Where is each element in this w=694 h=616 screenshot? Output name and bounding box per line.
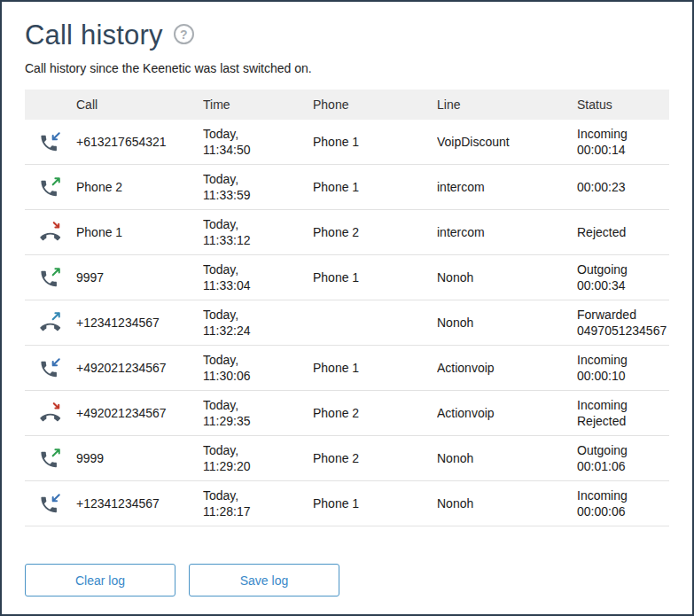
- cell-call: +613217654321: [76, 135, 203, 149]
- cell-status: Incoming Rejected: [577, 397, 669, 429]
- column-header-line: Line: [437, 97, 577, 112]
- cell-call: +492021234567: [76, 406, 203, 420]
- rejected-call-icon: [39, 221, 62, 244]
- cell-status: Rejected: [577, 224, 669, 240]
- action-buttons: Clear log Save log: [25, 564, 669, 597]
- cell-time: Today, 11:34:50: [203, 126, 313, 158]
- clear-log-button[interactable]: Clear log: [25, 564, 175, 597]
- cell-call: +492021234567: [76, 361, 203, 375]
- cell-line: intercom: [437, 225, 577, 239]
- incoming-call-icon: [39, 492, 62, 515]
- cell-line: intercom: [437, 180, 577, 194]
- cell-call: Phone 1: [76, 225, 203, 239]
- cell-line: Nonoh: [437, 270, 577, 285]
- cell-line: Nonoh: [437, 451, 577, 465]
- cell-time: Today, 11:32:24: [203, 307, 313, 339]
- title-row: Call history ?: [25, 18, 669, 53]
- outgoing-call-icon: [39, 447, 62, 470]
- cell-phone: Phone 2: [313, 451, 437, 465]
- cell-line: Actionvoip: [437, 406, 577, 420]
- cell-status: 00:00:23: [577, 179, 669, 195]
- cell-phone: Phone 1: [313, 270, 437, 285]
- cell-time: Today, 11:29:20: [203, 442, 313, 474]
- cell-phone: Phone 1: [313, 496, 437, 511]
- table-row: +492021234567Today, 11:30:06Phone 1Actio…: [25, 346, 669, 391]
- table-row: Phone 2Today, 11:33:59Phone 1intercom00:…: [25, 165, 669, 210]
- outgoing-call-icon: [39, 175, 62, 199]
- table-row: 9999Today, 11:29:20Phone 2NonohOutgoing …: [25, 436, 669, 481]
- table-row: +12341234567Today, 11:28:17Phone 1NonohI…: [25, 481, 669, 526]
- incoming-call-icon: [39, 356, 62, 379]
- save-log-button[interactable]: Save log: [189, 564, 339, 597]
- incoming-call-icon: [39, 130, 62, 153]
- page-title: Call history: [25, 18, 163, 53]
- cell-status: Outgoing 00:00:34: [577, 261, 669, 293]
- cell-status: Incoming 00:00:06: [577, 487, 669, 519]
- cell-status: Incoming 00:00:10: [577, 352, 669, 384]
- cell-call: 9997: [76, 270, 203, 285]
- cell-time: Today, 11:33:12: [203, 216, 313, 248]
- page-subtitle: Call history since the Keenetic was last…: [25, 61, 669, 75]
- table-body: +613217654321Today, 11:34:50Phone 1VoipD…: [25, 120, 669, 526]
- cell-status: Forwarded 0497051234567: [577, 307, 669, 339]
- cell-call: +12341234567: [76, 496, 203, 511]
- column-header-call: Call: [76, 97, 203, 112]
- cell-status: Incoming 00:00:14: [577, 126, 669, 158]
- cell-call: Phone 2: [76, 180, 203, 194]
- table-row: Phone 1Today, 11:33:12Phone 2intercomRej…: [25, 210, 669, 255]
- help-icon[interactable]: ?: [174, 24, 194, 44]
- cell-line: Nonoh: [437, 496, 577, 511]
- cell-line: VoipDiscount: [437, 135, 577, 149]
- cell-time: Today, 11:28:17: [203, 487, 313, 519]
- table-row: +12341234567Today, 11:32:24NonohForwarde…: [25, 300, 669, 346]
- table-row: +492021234567Today, 11:29:35Phone 2Actio…: [25, 391, 669, 436]
- cell-call: 9999: [76, 451, 203, 465]
- cell-call: +12341234567: [76, 316, 203, 330]
- table-header-row: Call Time Phone Line Status: [25, 90, 669, 120]
- cell-time: Today, 11:33:59: [203, 171, 313, 203]
- column-header-status: Status: [577, 97, 669, 112]
- cell-status: Outgoing 00:01:06: [577, 442, 669, 474]
- table-row: 9997Today, 11:33:04Phone 1NonohOutgoing …: [25, 255, 669, 300]
- call-history-page: Call history ? Call history since the Ke…: [0, 0, 694, 616]
- cell-time: Today, 11:30:06: [203, 352, 313, 384]
- cell-time: Today, 11:33:04: [203, 261, 313, 293]
- column-header-phone: Phone: [313, 97, 437, 112]
- call-history-table: Call Time Phone Line Status +61321765432…: [25, 90, 669, 526]
- forwarded-call-icon: [39, 311, 62, 334]
- outgoing-call-icon: [39, 266, 62, 289]
- cell-phone: Phone 2: [313, 406, 437, 420]
- cell-phone: Phone 2: [313, 225, 437, 239]
- table-row: +613217654321Today, 11:34:50Phone 1VoipD…: [25, 120, 669, 165]
- cell-phone: Phone 1: [313, 180, 437, 194]
- cell-line: Actionvoip: [437, 361, 577, 375]
- column-header-time: Time: [203, 97, 313, 112]
- cell-time: Today, 11:29:35: [203, 397, 313, 429]
- cell-phone: Phone 1: [313, 361, 437, 375]
- rejected-call-icon: [39, 402, 62, 425]
- cell-phone: Phone 1: [313, 135, 437, 149]
- cell-line: Nonoh: [437, 316, 577, 330]
